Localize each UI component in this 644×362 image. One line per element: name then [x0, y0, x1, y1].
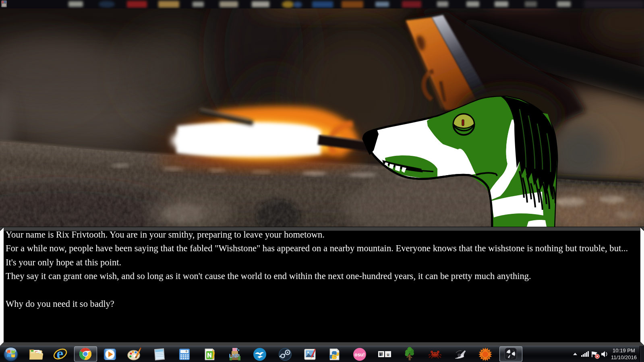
svg-text:u: u [387, 352, 389, 357]
svg-text:m: m [380, 352, 383, 357]
svg-text:LNP: LNP [229, 353, 240, 359]
svg-text:e: e [57, 346, 64, 362]
svg-text:osu!: osu! [354, 352, 364, 358]
svg-text:0: 0 [186, 350, 187, 353]
